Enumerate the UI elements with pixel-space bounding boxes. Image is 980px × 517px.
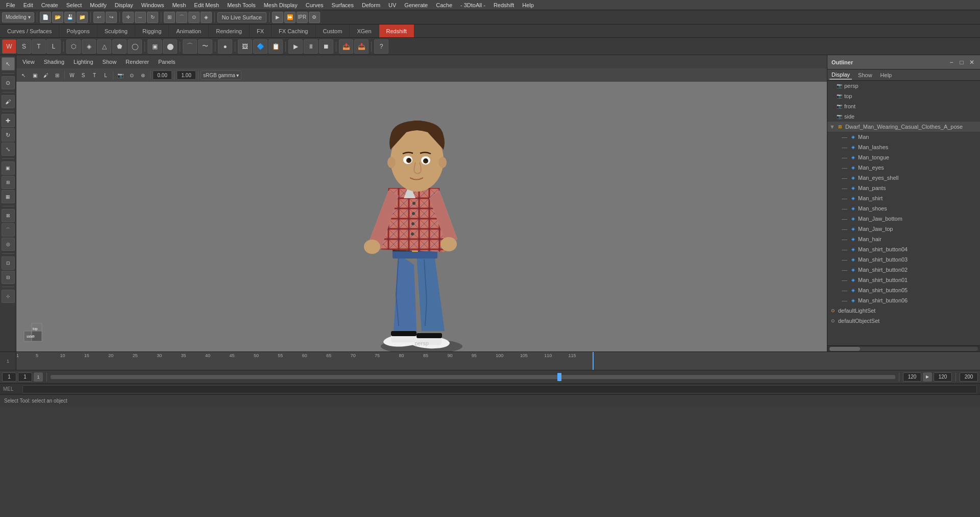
export-btn[interactable]: 📤 [339, 39, 353, 54]
render-settings-btn[interactable]: ⚙ [309, 12, 320, 23]
render-view-btn[interactable]: 🖼 [238, 39, 252, 54]
bevel-btn[interactable]: ◈ [82, 39, 96, 54]
outliner-item-front[interactable]: 📷 front [827, 101, 980, 111]
outliner-minimize-btn[interactable]: − [947, 58, 955, 66]
show-edges-lt[interactable]: ⊞ [2, 176, 15, 189]
lights-btn[interactable]: L [46, 39, 61, 54]
outliner-item-man-hair[interactable]: — ◈ Man_hair [827, 234, 980, 244]
no-live-surface-btn[interactable]: No Live Surface [217, 12, 266, 22]
outliner-content[interactable]: 📷 persp 📷 top 📷 front 📷 side ▼ ⊞ Dwarf_M… [827, 81, 980, 345]
outliner-item-man[interactable]: — ◈ Man [827, 132, 980, 142]
outliner-item-man-tongue[interactable]: — ◈ Man_tongue [827, 152, 980, 162]
tab-sculpting[interactable]: Sculpting [97, 25, 135, 37]
render-sequence-btn[interactable]: ⏩ [284, 12, 296, 23]
outliner-close-btn[interactable]: ✕ [968, 58, 976, 66]
vs-textured-btn[interactable]: T [89, 70, 100, 80]
misc1-lt[interactable]: ⊹ [2, 290, 15, 303]
vm-shading[interactable]: Shading [40, 58, 68, 66]
select-tool-lt[interactable]: ↖ [2, 57, 15, 70]
inner-end[interactable] [934, 372, 952, 382]
current-frame-start[interactable] [2, 372, 16, 382]
redo-btn[interactable]: ↪ [106, 12, 117, 23]
vs-grid-btn[interactable]: ⊞ [52, 70, 62, 80]
outliner-maximize-btn[interactable]: □ [958, 58, 966, 66]
rotate-tool-btn[interactable]: ↻ [147, 12, 158, 23]
scale-lt[interactable]: ⤡ [2, 143, 15, 156]
ipr-btn[interactable]: IPR [297, 12, 308, 23]
scene-view-btn[interactable]: 📋 [268, 39, 283, 54]
tab-fx[interactable]: FX [250, 25, 272, 37]
render-mode1-btn[interactable]: ● [218, 39, 232, 54]
scroll-track[interactable] [829, 347, 978, 351]
timeline-ruler[interactable]: 1510152025303540455055606570758085909510… [16, 352, 980, 370]
menu-windows[interactable]: Windows [137, 1, 168, 9]
tab-fx-caching[interactable]: FX Caching [272, 25, 315, 37]
wireframe-btn[interactable]: W [2, 39, 16, 54]
snap-grid-btn[interactable]: ⊞ [164, 12, 175, 23]
select-tool-btn[interactable]: ✛ [122, 12, 134, 23]
snap-grid-lt[interactable]: ⊠ [2, 209, 15, 222]
outliner-item-man-lashes[interactable]: — ◈ Man_lashes [827, 142, 980, 152]
outliner-item-man-jaw-top[interactable]: — ◈ Man_Jaw_top [827, 224, 980, 234]
outliner-item-man-jaw-bottom[interactable]: — ◈ Man_Jaw_bottom [827, 214, 980, 224]
menu-cache[interactable]: Cache [432, 1, 456, 9]
planar-map-btn[interactable]: ▣ [148, 39, 162, 54]
outliner-item-btn03[interactable]: — ◈ Man_shirt_button03 [827, 254, 980, 265]
vs-pos-y[interactable] [177, 70, 196, 80]
ipr2-btn[interactable]: ⏸ [304, 39, 318, 54]
menu-help[interactable]: Help [518, 1, 538, 9]
vm-show[interactable]: Show [99, 58, 121, 66]
tab-rendering[interactable]: Rendering [209, 25, 250, 37]
snap-surface-btn[interactable]: ◈ [201, 12, 212, 23]
bridge-btn[interactable]: △ [97, 39, 111, 54]
tab-polygons[interactable]: Polygons [59, 25, 97, 37]
outliner-tab-display[interactable]: Display [829, 70, 852, 80]
show-faces-lt[interactable]: ▦ [2, 190, 15, 203]
outliner-item-man-eyes-shell[interactable]: — ◈ Man_eyes_shell [827, 173, 980, 183]
snap-curve-btn[interactable]: ⌒ [176, 12, 187, 23]
menu-surfaces[interactable]: Surfaces [328, 1, 358, 9]
menu-create[interactable]: Create [37, 1, 62, 9]
menu-edit-mesh[interactable]: Edit Mesh [190, 1, 223, 9]
menu-deform[interactable]: Deform [358, 1, 384, 9]
viewport[interactable]: View Shading Lighting Show Renderer Pane… [16, 55, 827, 351]
outliner-tab-show[interactable]: Show [856, 71, 874, 79]
tab-custom[interactable]: Custom [316, 25, 350, 37]
rotate-lt[interactable]: ↻ [2, 128, 15, 142]
vs-light-btn[interactable]: L [101, 70, 111, 80]
outliner-item-btn04[interactable]: — ◈ Man_shirt_button04 [827, 244, 980, 254]
menu-display[interactable]: Display [111, 1, 137, 9]
outliner-item-man-shoes[interactable]: — ◈ Man_shoes [827, 203, 980, 214]
outliner-item-side[interactable]: 📷 side [827, 111, 980, 122]
vs-aa-btn[interactable]: ⊛ [138, 70, 148, 80]
render-current-btn[interactable]: ▶ [272, 12, 283, 23]
outliner-item-man-pants[interactable]: — ◈ Man_pants [827, 183, 980, 193]
outliner-item-top[interactable]: 📷 top [827, 91, 980, 101]
current-frame[interactable] [18, 372, 32, 382]
inner-start[interactable] [903, 372, 921, 382]
hypershade-btn[interactable]: 🔷 [253, 39, 267, 54]
vs-res-btn[interactable]: ⊙ [127, 70, 137, 80]
menu-generate[interactable]: Generate [400, 1, 432, 9]
vs-gamma-dropdown[interactable]: sRGB gamma ▾ [201, 70, 241, 80]
snap-point-btn[interactable]: ⊙ [188, 12, 200, 23]
ipr1-btn[interactable]: ▶ [288, 39, 303, 54]
vs-hilight-btn[interactable]: ▣ [30, 70, 40, 80]
undo-btn[interactable]: ↩ [93, 12, 105, 23]
tab-animation[interactable]: Animation [169, 25, 209, 37]
cam-framing-lt[interactable]: ⊡ [2, 256, 15, 270]
tab-curves-surfaces[interactable]: Curves / Surfaces [0, 25, 59, 37]
tab-redshift[interactable]: Redshift [379, 25, 414, 37]
vs-cam-btn[interactable]: 📷 [115, 70, 126, 80]
command-input[interactable] [22, 385, 977, 393]
nav-cube[interactable]: side top fr [21, 321, 47, 346]
vm-renderer[interactable]: Renderer [121, 58, 153, 66]
inner-marker[interactable]: ▶ [923, 372, 932, 382]
menu-curves[interactable]: Curves [302, 1, 328, 9]
outliner-scrollbar[interactable] [827, 345, 980, 351]
menu-file[interactable]: File [2, 1, 19, 9]
ipr3-btn[interactable]: ⏹ [319, 39, 333, 54]
menu-select[interactable]: Select [62, 1, 86, 9]
vm-lighting[interactable]: Lighting [69, 58, 97, 66]
paint-tool-lt[interactable]: 🖌 [2, 95, 15, 108]
